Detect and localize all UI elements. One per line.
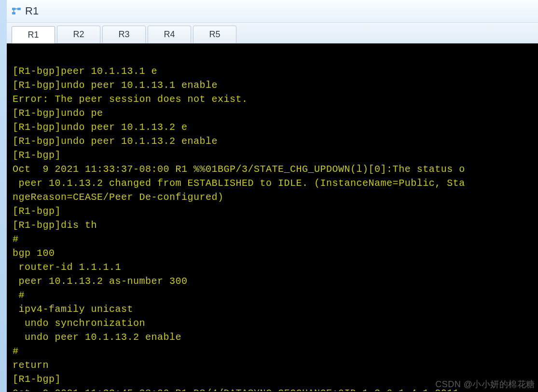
tab-label: R3: [118, 29, 129, 40]
svg-rect-1: [17, 8, 21, 10]
tab-label: R4: [164, 29, 175, 40]
tab-r3[interactable]: R3: [102, 26, 146, 43]
tab-label: R2: [73, 29, 84, 40]
terminal-output[interactable]: [R1-bgp]peer 10.1.13.1 e [R1-bgp]undo pe…: [7, 43, 538, 392]
tab-r2[interactable]: R2: [57, 26, 100, 43]
tab-label: R5: [209, 29, 220, 40]
left-gutter: [0, 0, 7, 392]
app-window: R1 R1 R2 R3 R4 R5 [R1-bgp]peer 10.1.13.1…: [7, 0, 538, 392]
tab-label: R1: [28, 30, 39, 40]
svg-rect-0: [12, 8, 15, 10]
router-icon: [11, 5, 22, 17]
tab-strip: R1 R2 R3 R4 R5: [7, 23, 538, 43]
window-title: R1: [25, 5, 39, 17]
svg-rect-2: [12, 12, 15, 14]
tab-r5[interactable]: R5: [193, 26, 236, 43]
title-bar: R1: [7, 0, 538, 23]
tab-r1[interactable]: R1: [12, 26, 55, 43]
tab-r4[interactable]: R4: [148, 26, 191, 43]
